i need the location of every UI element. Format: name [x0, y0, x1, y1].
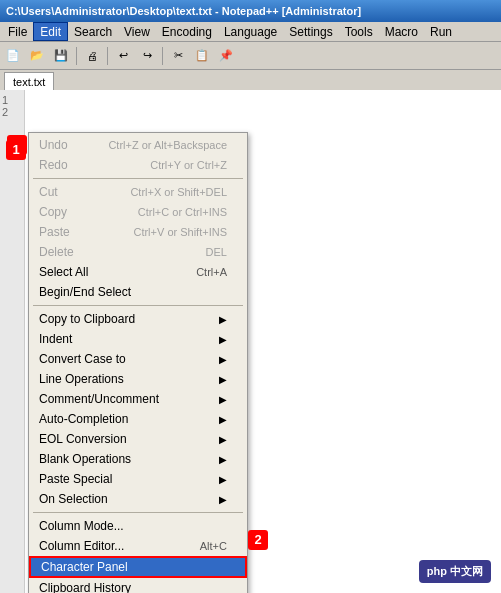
- copyclipboard-arrow: ▶: [219, 314, 227, 325]
- menu-entry-paste[interactable]: Paste Ctrl+V or Shift+INS: [29, 222, 247, 242]
- menu-entry-copyclipboard[interactable]: Copy to Clipboard ▶: [29, 309, 247, 329]
- sep3: [33, 512, 243, 513]
- redo-shortcut: Ctrl+Y or Ctrl+Z: [150, 159, 227, 171]
- copy-label: Copy: [39, 205, 118, 219]
- menu-entry-characterpanel[interactable]: Character Panel: [29, 556, 247, 578]
- paste-label: Paste: [39, 225, 113, 239]
- menu-entry-commentuncomment[interactable]: Comment/Uncomment ▶: [29, 389, 247, 409]
- undo-shortcut: Ctrl+Z or Alt+Backspace: [108, 139, 227, 151]
- indent-arrow: ▶: [219, 334, 227, 345]
- badge-number-1: 1: [6, 140, 26, 160]
- redo-btn[interactable]: ↪: [136, 45, 158, 67]
- editor-gutter: 1 2: [0, 90, 25, 593]
- menu-entry-delete[interactable]: Delete DEL: [29, 242, 247, 262]
- onselection-label: On Selection: [39, 492, 215, 506]
- redo-label: Redo: [39, 158, 130, 172]
- open-btn[interactable]: 📂: [26, 45, 48, 67]
- menu-language[interactable]: Language: [218, 22, 283, 41]
- toolbar-sep2: [107, 47, 108, 65]
- eolconversion-label: EOL Conversion: [39, 432, 215, 446]
- convertcase-label: Convert Case to: [39, 352, 215, 366]
- commentuncomment-arrow: ▶: [219, 394, 227, 405]
- menu-bar: File Edit Search View Encoding Language …: [0, 22, 501, 42]
- selectall-shortcut: Ctrl+A: [196, 266, 227, 278]
- columneditor-shortcut: Alt+C: [200, 540, 227, 552]
- print-btn[interactable]: 🖨: [81, 45, 103, 67]
- selectall-label: Select All: [39, 265, 176, 279]
- edit-dropdown-menu: Undo Ctrl+Z or Alt+Backspace Redo Ctrl+Y…: [28, 132, 248, 593]
- paste-shortcut: Ctrl+V or Shift+INS: [133, 226, 227, 238]
- eolconversion-arrow: ▶: [219, 434, 227, 445]
- menu-entry-undo[interactable]: Undo Ctrl+Z or Alt+Backspace: [29, 135, 247, 155]
- toolbar-sep1: [76, 47, 77, 65]
- toolbar: 📄 📂 💾 🖨 ↩ ↪ ✂ 📋 📌: [0, 42, 501, 70]
- menu-entry-lineops[interactable]: Line Operations ▶: [29, 369, 247, 389]
- menu-entry-onselection[interactable]: On Selection ▶: [29, 489, 247, 509]
- cut-shortcut: Ctrl+X or Shift+DEL: [130, 186, 227, 198]
- clipboardhistory-label: Clipboard History: [39, 581, 227, 593]
- pastespecial-arrow: ▶: [219, 474, 227, 485]
- autocompletion-label: Auto-Completion: [39, 412, 215, 426]
- menu-file[interactable]: File: [2, 22, 33, 41]
- blankops-arrow: ▶: [219, 454, 227, 465]
- delete-shortcut: DEL: [206, 246, 227, 258]
- menu-view[interactable]: View: [118, 22, 156, 41]
- tab-bar: text.txt: [0, 70, 501, 90]
- autocompletion-arrow: ▶: [219, 414, 227, 425]
- menu-settings[interactable]: Settings: [283, 22, 338, 41]
- menu-run[interactable]: Run: [424, 22, 458, 41]
- menu-macro[interactable]: Macro: [379, 22, 424, 41]
- menu-entry-autocompletion[interactable]: Auto-Completion ▶: [29, 409, 247, 429]
- lineops-label: Line Operations: [39, 372, 215, 386]
- title-text: C:\Users\Administrator\Desktop\text.txt …: [6, 5, 361, 17]
- sep2: [33, 305, 243, 306]
- menu-entry-columnmode[interactable]: Column Mode...: [29, 516, 247, 536]
- title-bar: C:\Users\Administrator\Desktop\text.txt …: [0, 0, 501, 22]
- menu-search[interactable]: Search: [68, 22, 118, 41]
- undo-btn[interactable]: ↩: [112, 45, 134, 67]
- onselection-arrow: ▶: [219, 494, 227, 505]
- pastespecial-label: Paste Special: [39, 472, 215, 486]
- blankops-label: Blank Operations: [39, 452, 215, 466]
- menu-entry-selectall[interactable]: Select All Ctrl+A: [29, 262, 247, 282]
- columneditor-label: Column Editor...: [39, 539, 180, 553]
- menu-edit[interactable]: Edit: [33, 22, 68, 41]
- menu-entry-indent[interactable]: Indent ▶: [29, 329, 247, 349]
- new-btn[interactable]: 📄: [2, 45, 24, 67]
- menu-entry-copy[interactable]: Copy Ctrl+C or Ctrl+INS: [29, 202, 247, 222]
- toolbar-sep3: [162, 47, 163, 65]
- lineops-arrow: ▶: [219, 374, 227, 385]
- tab-label: text.txt: [13, 76, 45, 88]
- php-logo-text: php 中文网: [427, 565, 483, 577]
- menu-entry-cut[interactable]: Cut Ctrl+X or Shift+DEL: [29, 182, 247, 202]
- cut-label: Cut: [39, 185, 110, 199]
- menu-entry-pastespecial[interactable]: Paste Special ▶: [29, 469, 247, 489]
- tab-texttxt[interactable]: text.txt: [4, 72, 54, 90]
- menu-entry-clipboardhistory[interactable]: Clipboard History: [29, 578, 247, 593]
- paste-btn[interactable]: 📌: [215, 45, 237, 67]
- copy-shortcut: Ctrl+C or Ctrl+INS: [138, 206, 227, 218]
- characterpanel-label: Character Panel: [41, 560, 225, 574]
- content-wrapper: 1 2 Undo Ctrl+Z or Alt+Backspace Redo Ct…: [0, 90, 501, 593]
- menu-entry-eolconversion[interactable]: EOL Conversion ▶: [29, 429, 247, 449]
- copyclipboard-label: Copy to Clipboard: [39, 312, 215, 326]
- php-logo: php 中文网: [419, 560, 491, 583]
- columnmode-label: Column Mode...: [39, 519, 227, 533]
- delete-label: Delete: [39, 245, 186, 259]
- badge-number-2: 2: [248, 530, 268, 550]
- menu-entry-beginend[interactable]: Begin/End Select: [29, 282, 247, 302]
- menu-entry-convertcase[interactable]: Convert Case to ▶: [29, 349, 247, 369]
- undo-label: Undo: [39, 138, 88, 152]
- commentuncomment-label: Comment/Uncomment: [39, 392, 215, 406]
- menu-entry-blankops[interactable]: Blank Operations ▶: [29, 449, 247, 469]
- copy-btn[interactable]: 📋: [191, 45, 213, 67]
- menu-encoding[interactable]: Encoding: [156, 22, 218, 41]
- menu-tools[interactable]: Tools: [339, 22, 379, 41]
- cut-btn[interactable]: ✂: [167, 45, 189, 67]
- save-btn[interactable]: 💾: [50, 45, 72, 67]
- menu-entry-columneditor[interactable]: Column Editor... Alt+C: [29, 536, 247, 556]
- indent-label: Indent: [39, 332, 215, 346]
- sep1: [33, 178, 243, 179]
- menu-entry-redo[interactable]: Redo Ctrl+Y or Ctrl+Z: [29, 155, 247, 175]
- convertcase-arrow: ▶: [219, 354, 227, 365]
